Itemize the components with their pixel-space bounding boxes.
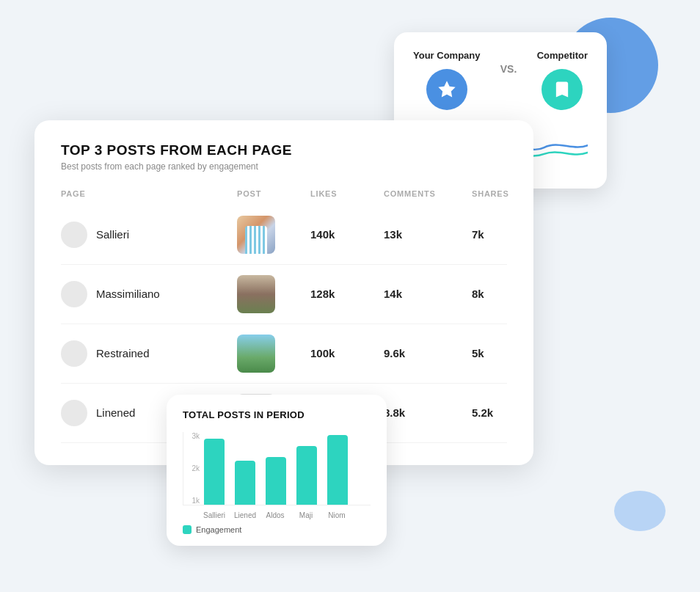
star-icon: [437, 79, 457, 100]
shares-massimiliano: 8k: [472, 288, 531, 300]
competitor-section: Competitor: [537, 48, 588, 110]
post-thumb-restrained: [237, 335, 275, 373]
page-name-linened: Linened: [96, 406, 135, 419]
card-title: TOP 3 POSTS FROM EACH PAGE: [61, 142, 507, 158]
bar-liened: [235, 461, 255, 505]
bar-group-niom: [327, 435, 348, 505]
bar-group-liened: [235, 461, 255, 505]
bar-aldos: [266, 457, 286, 505]
table-header: PAGE POST LIKES COMMENTS SHARES: [61, 189, 507, 205]
your-company-label: Your Company: [413, 50, 481, 61]
comments-sallieri: 13k: [384, 228, 472, 241]
avatar-sallieri: [61, 222, 87, 248]
x-label-niom: Niom: [327, 511, 347, 519]
comments-restrained: 9.6k: [384, 347, 472, 359]
bar-chart-area: 3k 2k 1k: [183, 432, 371, 505]
table-row: Sallieri 140k 13k 7k: [61, 205, 507, 265]
bar-group-aldos: [266, 457, 286, 505]
comparison-header: Your Company VS. Competitor: [413, 48, 588, 110]
chart-title: TOTAL POSTS IN PERIOD: [183, 409, 371, 420]
deco-circle-small: [614, 491, 666, 531]
page-cell-restrained: Restrained: [61, 340, 237, 367]
avatar-restrained: [61, 340, 87, 367]
y-labels: 3k 2k 1k: [183, 432, 200, 505]
shares-sallieri: 7k: [472, 228, 531, 241]
legend-dot: [183, 525, 192, 534]
y-label-3k: 3k: [183, 432, 200, 440]
likes-restrained: 100k: [310, 347, 384, 359]
y-label-1k: 1k: [183, 497, 200, 505]
shares-linened: 5.2k: [472, 406, 531, 419]
col-post-header: POST: [237, 189, 310, 198]
col-likes-header: LIKES: [310, 189, 384, 198]
avatar-massimiliano: [61, 281, 87, 307]
comments-massimiliano: 14k: [384, 288, 472, 300]
post-thumb-massimiliano: [237, 275, 275, 313]
page-name-sallieri: Sallieri: [96, 228, 129, 241]
card-subtitle: Best posts from each page ranked by enga…: [61, 161, 507, 172]
competitor-label: Competitor: [537, 50, 588, 61]
bar-maji: [296, 446, 317, 505]
bar-chart-card: TOTAL POSTS IN PERIOD 3k 2k 1k: [167, 395, 387, 546]
x-label-aldos: Aldos: [265, 511, 285, 519]
x-label-maji: Maji: [296, 511, 316, 519]
shares-restrained: 5k: [472, 347, 531, 359]
page-name-massimiliano: Massimiliano: [96, 288, 160, 300]
chart-legend: Engagement: [183, 525, 371, 534]
x-labels: Sallieri Liened Aldos Maji Niom: [183, 508, 371, 519]
bar-sallieri: [204, 439, 225, 505]
col-page-header: PAGE: [61, 189, 237, 198]
y-label-2k: 2k: [183, 464, 200, 472]
page-cell-massimiliano: Massimiliano: [61, 281, 237, 307]
your-company-icon: [426, 69, 467, 110]
bar-niom: [327, 435, 348, 505]
col-comments-header: COMMENTS: [384, 189, 472, 198]
page-cell-sallieri: Sallieri: [61, 222, 237, 248]
vs-text: VS.: [500, 48, 517, 75]
avatar-linened: [61, 400, 87, 426]
col-shares-header: SHARES: [472, 189, 531, 198]
comments-linened: 8.8k: [384, 406, 472, 419]
post-thumb-sallieri: [237, 216, 275, 254]
bar-group-maji: [296, 446, 317, 505]
your-company-section: Your Company: [413, 48, 481, 110]
bookmark-icon: [552, 79, 572, 100]
bar-group-sallieri: [204, 439, 225, 505]
table-row: Massimiliano 128k 14k 8k: [61, 265, 507, 324]
competitor-icon: [542, 69, 583, 110]
x-label-liened: Liened: [234, 511, 255, 519]
likes-massimiliano: 128k: [310, 288, 384, 300]
page-name-restrained: Restrained: [96, 347, 150, 359]
legend-text: Engagement: [196, 525, 241, 534]
table-row: Restrained 100k 9.6k 5k: [61, 324, 507, 384]
x-label-sallieri: Sallieri: [203, 511, 224, 519]
likes-sallieri: 140k: [310, 228, 384, 241]
